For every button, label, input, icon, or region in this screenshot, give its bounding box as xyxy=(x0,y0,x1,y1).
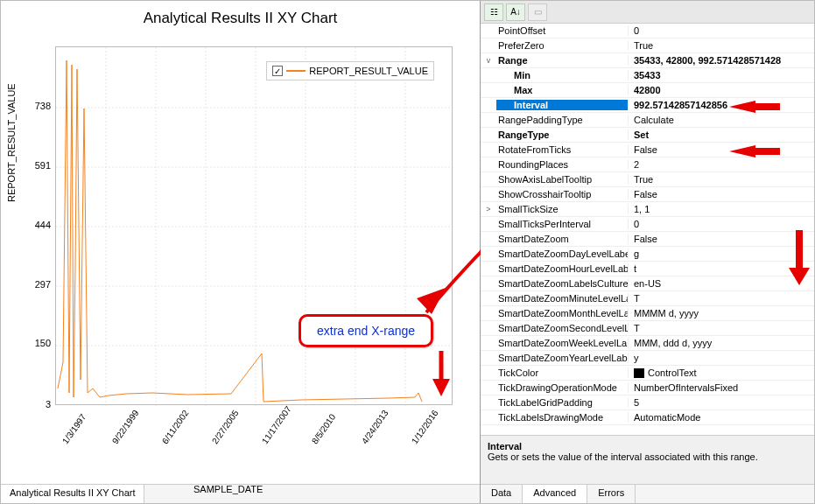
pg-name[interactable]: SmallTicksPerInterval xyxy=(496,219,628,229)
pg-name[interactable]: SmartDateZoomMonthLevelLabel xyxy=(496,308,628,318)
pg-row-smartdatezoom[interactable]: SmartDateZoomFalse xyxy=(481,232,814,247)
pg-name[interactable]: SmartDateZoomDayLevelLabel xyxy=(496,248,628,259)
annotation-arrows xyxy=(1,1,481,504)
pg-name[interactable]: SmartDateZoomSecondLevelLabel xyxy=(496,323,628,333)
pg-row-min[interactable]: Min35433 xyxy=(481,68,814,83)
pg-value[interactable]: ControlText xyxy=(628,368,814,379)
pg-row-tickcolor[interactable]: TickColorControlText xyxy=(481,366,814,381)
pg-name[interactable]: SmartDateZoomWeekLevelLabel xyxy=(496,338,628,348)
pg-value[interactable]: 42800 xyxy=(628,85,814,95)
pg-name[interactable]: Min xyxy=(496,70,628,80)
property-grid[interactable]: PointOffset0PreferZeroTruevRange35433, 4… xyxy=(481,24,814,435)
pg-value[interactable]: 1, 1 xyxy=(628,204,814,214)
pg-row-roundingplaces[interactable]: RoundingPlaces2 xyxy=(481,158,814,172)
pg-value[interactable]: T xyxy=(628,323,814,333)
pg-row-showaxislabeltooltip[interactable]: ShowAxisLabelTooltipTrue xyxy=(481,172,814,187)
pg-value[interactable]: Calculate xyxy=(628,115,814,125)
pg-row-smallticksize[interactable]: >SmallTickSize1, 1 xyxy=(481,202,814,217)
svg-marker-12 xyxy=(417,288,446,314)
pg-value[interactable]: False xyxy=(628,234,814,244)
pg-row-ticklabelgridpadding[interactable]: TickLabelGridPadding5 xyxy=(481,396,814,410)
pg-name[interactable]: RangePaddingType xyxy=(496,115,628,125)
tab-advanced[interactable]: Advanced xyxy=(523,484,587,503)
pg-row-max[interactable]: Max42800 xyxy=(481,83,814,98)
pg-value[interactable]: en-US xyxy=(628,278,814,289)
pg-value[interactable]: True xyxy=(628,40,814,51)
pg-row-smartdatezoomdaylevellabel[interactable]: SmartDateZoomDayLevelLabelg xyxy=(481,247,814,262)
pg-value[interactable]: MMMM d, yyyy xyxy=(628,308,814,318)
pg-row-interval[interactable]: Interval992.57142857142856 xyxy=(481,98,814,113)
pg-name[interactable]: TickColor xyxy=(496,368,628,378)
pg-name[interactable]: SmartDateZoomHourLevelLabel xyxy=(496,263,628,274)
pg-row-pointoffset[interactable]: PointOffset0 xyxy=(481,24,814,38)
pg-value[interactable]: T xyxy=(628,293,814,304)
pg-row-preferzero[interactable]: PreferZeroTrue xyxy=(481,38,814,53)
pg-name[interactable]: SmartDateZoomYearLevelLabel xyxy=(496,353,628,363)
pg-row-smartdatezoommonthlevellabel[interactable]: SmartDateZoomMonthLevelLabelMMMM d, yyyy xyxy=(481,306,814,321)
pg-value[interactable]: 35433, 42800, 992.571428571428 xyxy=(628,55,814,66)
pg-name[interactable]: Max xyxy=(496,85,628,95)
right-tabstrip: Data Advanced Errors xyxy=(481,484,814,503)
pg-value[interactable]: t xyxy=(628,263,814,274)
propertygrid-toolbar: ☷ A↓ ▭ xyxy=(481,1,814,24)
pg-row-smartdatezoomweeklevellabel[interactable]: SmartDateZoomWeekLevelLabelMMM, ddd d, y… xyxy=(481,336,814,351)
pg-value[interactable]: False xyxy=(628,144,814,155)
svg-marker-14 xyxy=(432,379,450,396)
pg-name[interactable]: SmartDateZoomMinuteLevelLabel xyxy=(496,293,628,304)
pg-value[interactable]: 2 xyxy=(628,159,814,170)
pg-value[interactable]: y xyxy=(628,353,814,363)
pg-value[interactable]: NumberOfIntervalsFixed xyxy=(628,382,814,393)
pg-name[interactable]: RangeType xyxy=(496,130,628,140)
pg-row-smartdatezoomminutelevellabel[interactable]: SmartDateZoomMinuteLevelLabelT xyxy=(481,291,814,306)
pg-row-range[interactable]: vRange35433, 42800, 992.571428571428 xyxy=(481,53,814,68)
pg-value[interactable]: True xyxy=(628,174,814,185)
pg-row-smartdatezoomsecondlevellabel[interactable]: SmartDateZoomSecondLevelLabelT xyxy=(481,321,814,336)
desc-name: Interval xyxy=(488,441,807,452)
pg-value[interactable]: 35433 xyxy=(628,70,814,80)
sort-button[interactable]: A↓ xyxy=(506,4,525,21)
pg-row-ticklabelsdrawingmode[interactable]: TickLabelsDrawingModeAutomaticMode xyxy=(481,410,814,425)
pg-name[interactable]: ShowAxisLabelTooltip xyxy=(496,174,628,185)
pg-value[interactable]: MMM, ddd d, yyyy xyxy=(628,338,814,348)
pg-name[interactable]: SmartDateZoom xyxy=(496,234,628,244)
pg-row-smartdatezoomhourlevellabel[interactable]: SmartDateZoomHourLevelLabelt xyxy=(481,262,814,276)
pg-row-smartdatezoomlabelsculture[interactable]: SmartDateZoomLabelsCultureen-US xyxy=(481,276,814,291)
pg-name[interactable]: RotateFromTicks xyxy=(496,144,628,155)
pg-name[interactable]: Range xyxy=(496,55,628,66)
pg-row-tickdrawingoperationmode[interactable]: TickDrawingOperationModeNumberOfInterval… xyxy=(481,381,814,396)
pg-name[interactable]: TickLabelGridPadding xyxy=(496,397,628,408)
pg-value[interactable]: AutomaticMode xyxy=(628,412,814,423)
pg-name[interactable]: RoundingPlaces xyxy=(496,159,628,170)
pg-row-smallticksperinterval[interactable]: SmallTicksPerInterval0 xyxy=(481,217,814,232)
pg-name[interactable]: Interval xyxy=(496,100,628,110)
pg-name[interactable]: TickLabelsDrawingMode xyxy=(496,412,628,423)
pg-value[interactable]: 5 xyxy=(628,397,814,408)
pg-name[interactable]: SmartDateZoomLabelsCulture xyxy=(496,278,628,289)
pg-value[interactable]: 992.57142857142856 xyxy=(628,100,814,110)
pg-name[interactable]: PointOffset xyxy=(496,25,628,36)
pg-row-rangepaddingtype[interactable]: RangePaddingTypeCalculate xyxy=(481,113,814,128)
pg-value[interactable]: 0 xyxy=(628,25,814,36)
tab-errors[interactable]: Errors xyxy=(587,485,636,503)
pg-row-rotatefromticks[interactable]: RotateFromTicksFalse xyxy=(481,143,814,158)
desc-text: Gets or sets the value of the interval a… xyxy=(488,452,807,462)
pg-name[interactable]: SmallTickSize xyxy=(496,204,628,214)
pg-row-showcrosshairtooltip[interactable]: ShowCrosshairTooltipFalse xyxy=(481,187,814,202)
color-swatch xyxy=(634,368,644,378)
pg-value[interactable]: 0 xyxy=(628,219,814,229)
categorized-button[interactable]: ☷ xyxy=(484,4,503,21)
pg-row-rangetype[interactable]: RangeTypeSet xyxy=(481,128,814,143)
pg-value[interactable]: g xyxy=(628,248,814,259)
pg-name[interactable]: ShowCrosshairTooltip xyxy=(496,189,628,200)
pg-value[interactable]: Set xyxy=(628,130,814,140)
property-description: Interval Gets or sets the value of the i… xyxy=(481,435,814,484)
expand-icon[interactable]: v xyxy=(481,56,496,65)
pg-name[interactable]: TickDrawingOperationMode xyxy=(496,382,628,393)
tab-data[interactable]: Data xyxy=(481,485,523,503)
expand-icon[interactable]: > xyxy=(481,205,496,214)
pg-row-smartdatezoomyearlevellabel[interactable]: SmartDateZoomYearLevelLabely xyxy=(481,351,814,366)
pg-value[interactable]: False xyxy=(628,189,814,200)
chart-panel: Analytical Results II XY Chart REPORT_RE… xyxy=(1,1,480,484)
property-pages-button[interactable]: ▭ xyxy=(528,4,547,21)
pg-name[interactable]: PreferZero xyxy=(496,40,628,51)
